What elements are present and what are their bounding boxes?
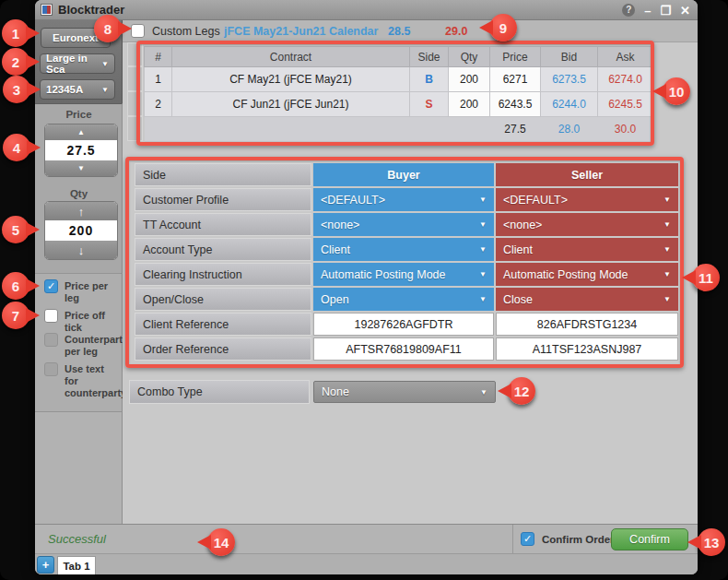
add-tab-button[interactable]: +	[37, 556, 54, 574]
buyer-column-header: Buyer	[313, 163, 494, 186]
instrument-ask: 29.0	[445, 25, 467, 38]
use-text-for-counterparty-label: Use text for counterparty	[65, 362, 118, 400]
row-gutter-cell	[127, 66, 143, 91]
price-value[interactable]: 27.5	[45, 140, 117, 160]
annotation-callout-1: 1	[2, 19, 29, 47]
annotation-callout-14: 14	[207, 528, 235, 556]
sidebar-options-section: ✓ Price per leg Price off tick Counterpa…	[35, 273, 123, 411]
leg-bid: 6244.0	[541, 92, 598, 117]
price-off-tick-checkbox[interactable]	[44, 309, 58, 323]
instrument-bid: 28.5	[388, 25, 410, 38]
col-num[interactable]: #	[145, 47, 172, 67]
sidebar-price-qty-section: Price ▲ 27.5 ▼ Qty ↑ 200 ↓	[35, 103, 123, 273]
annotation-callout-7: 7	[2, 302, 29, 329]
qty-increment-button[interactable]: ↑	[45, 202, 117, 220]
annotation-callout-10: 10	[663, 77, 690, 105]
minimize-icon[interactable]: –	[644, 5, 651, 17]
chevron-down-icon: ▼	[101, 86, 109, 94]
counterparties-per-leg-label: Counterparties per leg	[65, 333, 118, 358]
maximize-icon[interactable]: ❐	[660, 5, 671, 17]
legs-table-header-row: # Contract Side Qty Price Bid Ask	[145, 47, 653, 67]
seller-order-reference-field[interactable]: A11TSF123ASNJ987	[496, 337, 678, 361]
chevron-down-icon: ▼	[663, 245, 671, 254]
col-contract[interactable]: Contract	[172, 47, 410, 67]
tab-1[interactable]: Tab 1	[57, 556, 96, 574]
buyer-clearing-instruction-dropdown[interactable]: Automatic Posting Mode▼	[313, 263, 494, 286]
chevron-down-icon: ▼	[479, 245, 487, 254]
seller-client-reference-field[interactable]: 826AFDRSTG1234	[496, 313, 678, 336]
chevron-down-icon: ▼	[479, 270, 487, 278]
col-bid[interactable]: Bid	[541, 47, 598, 67]
buyer-client-reference-field[interactable]: 19287626AGFDTR	[313, 313, 494, 336]
table-row[interactable]: 1 CF May21 (jFCE May21) B 200 6271 6273.…	[145, 67, 653, 92]
instrument-header-strip: Custom Legs jFCE May21-Jun21 Calendar 28…	[123, 20, 698, 42]
annotation-callout-8: 8	[94, 15, 122, 42]
buyer-order-reference-field[interactable]: AFTSR76819809AF11	[313, 337, 494, 361]
price-per-leg-label: Price per leg	[65, 279, 118, 304]
col-side[interactable]: Side	[410, 47, 449, 67]
buyer-tt-account-dropdown[interactable]: <none>▼	[313, 213, 494, 236]
instrument-name: jFCE May21-Jun21 Calendar	[224, 25, 378, 38]
custom-legs-checkbox[interactable]	[131, 24, 145, 38]
row-gutter-cell	[127, 116, 143, 141]
main-content: # Contract Side Qty Price Bid Ask 1 CF M…	[123, 42, 698, 524]
col-price[interactable]: Price	[490, 47, 541, 67]
buyer-open-close-dropdown[interactable]: Open▼	[313, 288, 494, 311]
buyer-customer-profile-dropdown[interactable]: <DEFAULT>▼	[313, 188, 494, 211]
account-dropdown[interactable]: 12345A ▼	[40, 79, 115, 100]
tab-bar: + Tab 1	[35, 553, 698, 574]
total-price: 27.5	[490, 117, 541, 142]
chevron-down-icon: ▼	[479, 220, 487, 229]
leg-price[interactable]: 6243.5	[490, 92, 541, 117]
custom-legs-label: Custom Legs	[152, 25, 220, 38]
leg-side[interactable]: B	[410, 67, 449, 92]
qty-decrement-button[interactable]: ↓	[45, 241, 117, 259]
confirm-order-checkbox[interactable]: ✓	[521, 532, 534, 546]
seller-customer-profile-dropdown[interactable]: <DEFAULT>▼	[496, 188, 678, 211]
close-icon[interactable]: ✕	[680, 5, 690, 17]
annotation-callout-6: 6	[2, 272, 29, 300]
seller-open-close-dropdown[interactable]: Close▼	[496, 288, 678, 311]
sidebar-empty-section	[35, 411, 123, 524]
col-ask[interactable]: Ask	[598, 47, 653, 67]
confirm-button[interactable]: Confirm	[611, 528, 688, 550]
price-per-leg-checkbox[interactable]: ✓	[44, 279, 58, 293]
leg-qty[interactable]: 200	[449, 67, 490, 92]
price-decrement-button[interactable]: ▼	[45, 160, 117, 176]
title-bar[interactable]: Blocktrader ? – ❐ ✕	[35, 0, 698, 20]
leg-ask: 6245.5	[598, 92, 653, 117]
totals-row: 27.5 28.0 30.0	[145, 117, 653, 142]
counterparties-per-leg-checkbox[interactable]	[44, 333, 58, 347]
combo-type-dropdown[interactable]: None ▼	[313, 381, 496, 403]
price-label: Price	[35, 109, 123, 120]
seller-clearing-instruction-dropdown[interactable]: Automatic Posting Mode▼	[496, 263, 678, 286]
use-text-for-counterparty-checkbox[interactable]	[44, 362, 58, 376]
leg-num: 2	[145, 92, 172, 117]
order-type-dropdown[interactable]: Large in Sca ▼	[40, 53, 115, 74]
buyer-account-type-dropdown[interactable]: Client▼	[313, 238, 494, 261]
price-increment-button[interactable]: ▲	[45, 124, 117, 140]
order-form: Side Buyer Seller Customer Profile <DEFA…	[135, 163, 680, 361]
qty-value[interactable]: 200	[45, 220, 117, 241]
table-row[interactable]: 2 CF Jun21 (jFCE Jun21) S 200 6243.5 624…	[145, 92, 653, 117]
annotation-callout-13: 13	[698, 528, 725, 556]
chevron-down-icon: ▼	[479, 295, 487, 303]
form-label-open-close: Open/Close	[135, 288, 311, 311]
seller-account-type-dropdown[interactable]: Client▼	[496, 238, 678, 261]
total-ask: 30.0	[598, 117, 653, 142]
total-bid: 28.0	[541, 117, 598, 142]
form-label-order-reference: Order Reference	[135, 337, 311, 361]
help-icon[interactable]: ?	[622, 4, 635, 17]
leg-contract: CF Jun21 (jFCE Jun21)	[172, 92, 410, 117]
divider	[512, 525, 513, 554]
leg-qty[interactable]: 200	[449, 92, 490, 117]
seller-tt-account-dropdown[interactable]: <none>▼	[496, 213, 678, 236]
row-gutter-cell	[127, 42, 143, 66]
qty-label: Qty	[35, 188, 123, 199]
leg-price[interactable]: 6271	[490, 67, 541, 92]
col-qty[interactable]: Qty	[449, 47, 490, 67]
leg-side[interactable]: S	[410, 92, 449, 117]
chevron-down-icon: ▼	[479, 195, 487, 204]
leg-ask: 6274.0	[598, 67, 653, 92]
app-icon	[41, 4, 53, 16]
